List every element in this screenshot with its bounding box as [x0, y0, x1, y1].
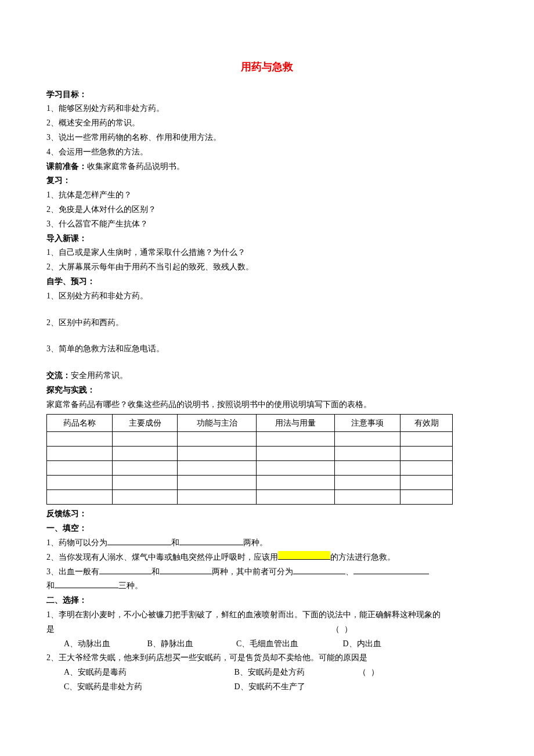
fill-heading: 一、填空：	[46, 521, 488, 535]
intro-item: 2、大屏幕展示每年由于用药不当引起的致死、致残人数。	[46, 260, 488, 274]
review-heading: 复习：	[46, 174, 488, 188]
table-header: 主要成份	[112, 414, 178, 432]
medicine-table: 药品名称 主要成份 功能与主治 用法与用量 注意事项 有效期	[46, 414, 453, 505]
fill-q3-f: 三种。	[118, 581, 143, 590]
review-item: 1、抗体是怎样产生的？	[46, 188, 488, 202]
choice-heading: 二、选择：	[46, 593, 488, 607]
table-header: 药品名称	[47, 414, 113, 432]
choice-q2-paren[interactable]: （ ）	[358, 668, 380, 676]
fill-q2-b: 的方法进行急救。	[330, 553, 395, 561]
choice-q1-b: 是	[46, 625, 55, 633]
selfstudy-item: 3、简单的急救方法和应急电话。	[46, 342, 488, 356]
choice-q1-paren[interactable]: （ ）	[331, 625, 353, 633]
review-item: 2、免疫是人体对什么的区别？	[46, 203, 488, 217]
choice-q2: 2、王大爷经常失眠，他来到药店想买一些安眠药，可是售货员却不卖给他。可能的原因是	[46, 651, 488, 665]
table-row[interactable]	[47, 476, 453, 490]
explore-text: 家庭常备药品有哪些？收集这些药品的说明书，按照说明书中的使用说明填写下面的表格。	[46, 398, 488, 412]
fill-blank-highlight[interactable]	[278, 551, 330, 560]
fill-q2: 2、当你发现有人溺水、煤气中毒或触电突然停止呼吸时，应该用的方法进行急救。	[46, 550, 488, 564]
choice-q2-row2: C、安眠药是非处方药 D、安眠药不生产了	[46, 680, 488, 694]
fill-blank[interactable]	[99, 566, 151, 574]
review-item: 3、什么器官不能产生抗体？	[46, 217, 488, 231]
intro-heading: 导入新课：	[46, 232, 488, 246]
choice-q2-opt-b[interactable]: B、安眠药是处方药	[234, 665, 356, 679]
objective-item: 4、会运用一些急救的方法。	[46, 145, 488, 159]
choice-q2-row1: A、安眠药是毒药 B、安眠药是处方药 （ ）	[46, 665, 488, 679]
table-row[interactable]	[47, 490, 453, 505]
fill-q3: 3、出血一般有和两种，其中前者可分为、	[46, 565, 488, 579]
table-header: 有效期	[400, 414, 453, 432]
table-header-row: 药品名称 主要成份 功能与主治 用法与用量 注意事项 有效期	[47, 414, 453, 432]
objectives-heading: 学习目标：	[46, 88, 488, 102]
fill-q3-a: 3、出血一般有	[46, 567, 99, 576]
table-row[interactable]	[47, 447, 453, 461]
fill-q3-b: 和	[151, 567, 160, 576]
fill-q1-a: 1、药物可以分为	[46, 538, 107, 547]
table-row[interactable]	[47, 461, 453, 476]
choice-q1-opt-b[interactable]: B、静脉出血	[147, 637, 234, 651]
fill-q1-c: 两种。	[243, 538, 268, 547]
table-row[interactable]	[47, 432, 453, 447]
fill-q3-c: 两种，其中前者可分为	[212, 567, 293, 576]
fill-blank[interactable]	[293, 566, 345, 574]
choice-q1-opt-a[interactable]: A、动脉出血	[64, 637, 145, 651]
exchange-text: 安全用药常识。	[71, 371, 128, 380]
choice-q1-options: A、动脉出血 B、静脉出血 C、毛细血管出血 D、内出血	[46, 637, 488, 651]
choice-q1-b-row: 是 （ ）	[46, 622, 488, 636]
objective-item: 3、说出一些常用药物的名称、作用和使用方法。	[46, 131, 488, 145]
table-header: 用法与用量	[256, 414, 335, 432]
fill-blank[interactable]	[107, 537, 171, 545]
fill-q3-d: 、	[345, 567, 353, 576]
page-title: 用药与急救	[46, 58, 488, 76]
intro-item: 1、自己或是家人生病时，通常采取什么措施？为什么？	[46, 246, 488, 260]
fill-q2-a: 2、当你发现有人溺水、煤气中毒或触电突然停止呼吸时，应该用	[46, 553, 278, 561]
objective-item: 1、能够区别处方药和非处方药。	[46, 102, 488, 116]
table-header: 注意事项	[335, 414, 400, 432]
exchange-line: 交流：安全用药常识。	[46, 369, 488, 383]
fill-blank[interactable]	[160, 566, 212, 574]
prep-line: 课前准备：收集家庭常备药品说明书。	[46, 160, 488, 174]
selfstudy-item: 2、区别中药和西药。	[46, 316, 488, 330]
explore-heading: 探究与实践：	[46, 383, 488, 397]
choice-q1-opt-d[interactable]: D、内出血	[343, 637, 381, 651]
choice-q2-opt-c[interactable]: C、安眠药是非处方药	[64, 680, 232, 694]
fill-q1-b: 和	[171, 538, 179, 547]
fill-q3-cont: 和三种。	[46, 579, 488, 593]
selfstudy-heading: 自学、预习：	[46, 275, 488, 289]
fill-q3-e: 和	[46, 581, 55, 590]
choice-q1-opt-c[interactable]: C、毛细血管出血	[236, 637, 341, 651]
choice-q2-opt-a[interactable]: A、安眠药是毒药	[64, 665, 232, 679]
exchange-heading: 交流：	[46, 371, 71, 380]
fill-blank[interactable]	[55, 579, 118, 588]
fill-blank[interactable]	[179, 537, 243, 545]
fill-blank[interactable]	[353, 566, 429, 574]
choice-q1-a: 1、李明在割小麦时，不小心被镰刀把手割破了，鲜红的血液喷射而出。下面的说法中，能…	[46, 608, 488, 622]
prep-heading: 课前准备：	[46, 162, 87, 171]
fill-q1: 1、药物可以分为和两种。	[46, 536, 488, 550]
choice-q2-opt-d[interactable]: D、安眠药不生产了	[234, 680, 305, 694]
feedback-heading: 反馈练习：	[46, 507, 488, 521]
objective-item: 2、概述安全用药的常识。	[46, 116, 488, 130]
table-header: 功能与主治	[178, 414, 257, 432]
selfstudy-item: 1、区别处方药和非处方药。	[46, 289, 488, 303]
prep-text: 收集家庭常备药品说明书。	[87, 162, 185, 171]
